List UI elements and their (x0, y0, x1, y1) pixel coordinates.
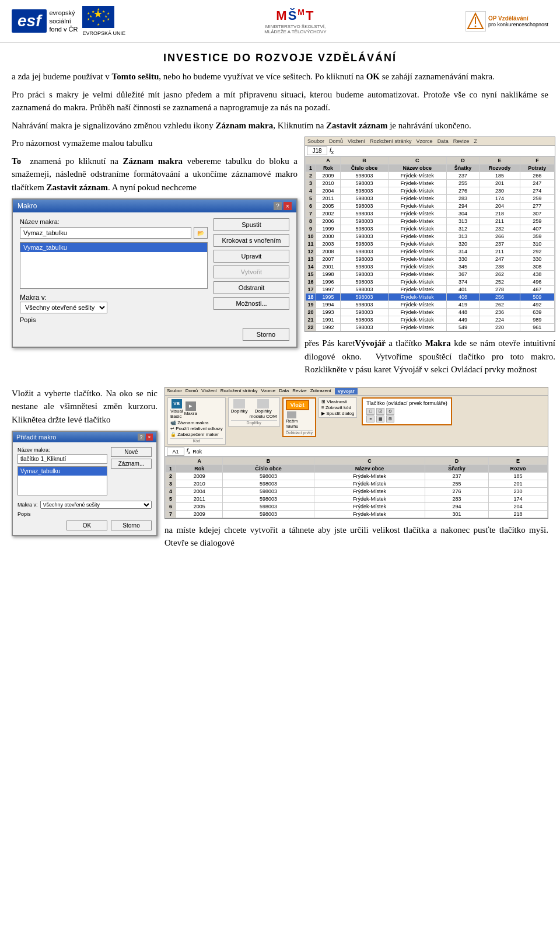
excel2-cell-r5-c1[interactable]: 2011 (176, 495, 223, 502)
ribbon-rozlozeni[interactable]: Rozložení stránky (370, 138, 412, 144)
excel-cell-r13-c4[interactable]: 330 (446, 256, 480, 263)
excel-cell-r6-c4[interactable]: 294 (446, 202, 480, 210)
excel-cell-ref[interactable]: J18 (307, 146, 327, 155)
excel2-zobrazit-kod[interactable]: ≡ Zobrazit kód (321, 405, 354, 410)
excel2-cell-r7-c2[interactable]: 598003 (223, 510, 314, 518)
small-dialog-help-button[interactable]: ? (138, 434, 145, 441)
excel-cell-r5-c1[interactable]: 2011 (316, 195, 341, 202)
excel-cell-r11-c6[interactable]: 310 (520, 240, 554, 248)
excel-cell-r9-c6[interactable]: 407 (520, 225, 554, 233)
excel-cell-r17-c1[interactable]: 1997 (316, 286, 341, 294)
dialog-makra-select[interactable]: Všechny otevřené sešity (20, 302, 107, 313)
excel2-cell-r4-c1[interactable]: 2004 (176, 487, 223, 495)
dialog-help-button[interactable]: ? (274, 202, 282, 210)
excel-col-a[interactable]: A (316, 157, 341, 165)
excel-cell-r22-c3[interactable]: Frýdek-Místek (388, 324, 446, 331)
excel-cell-r18-c5[interactable]: 256 (480, 294, 520, 301)
dialog-odstranit-button[interactable]: Odstranit (214, 281, 289, 294)
excel2-cell-r7-c1[interactable]: 2009 (176, 510, 223, 518)
ribbon-revize[interactable]: Revize (453, 138, 470, 144)
ribbon-data[interactable]: Data (438, 138, 449, 144)
excel2-vlastnosti[interactable]: ⊞ Vlastnosti (321, 399, 354, 404)
excel-cell-r9-c4[interactable]: 312 (446, 225, 480, 233)
ribbon-vzorce[interactable]: Vzorce (416, 138, 433, 144)
excel-cell-r20-c1[interactable]: 1993 (316, 309, 341, 316)
excel-cell-r21-c6[interactable]: 989 (520, 316, 554, 324)
excel2-cell-r3-c2[interactable]: 598003 (223, 480, 314, 487)
dialog-moznosti-button[interactable]: Možnosti... (214, 297, 289, 310)
excel-cell-r5-c6[interactable]: 259 (520, 195, 554, 202)
excel2-doplnky1[interactable]: Doplňky (231, 399, 248, 419)
excel2-cell-r7-c4[interactable]: 301 (425, 510, 489, 518)
excel-cell-r12-c2[interactable]: 598003 (341, 248, 388, 256)
excel2-cell-ref[interactable]: A1 (167, 448, 184, 456)
excel2-cell-r2-c2[interactable]: 598003 (223, 472, 314, 480)
excel-cell-r9-c3[interactable]: Frýdek-Místek (388, 225, 446, 233)
excel-cell-r2-c3[interactable]: Frýdek-Místek (388, 172, 446, 180)
excel-cell-r17-c6[interactable]: 467 (520, 286, 554, 294)
excel-cell-r11-c4[interactable]: 320 (446, 240, 480, 248)
excel2-cell-r4-c5[interactable]: 230 (488, 487, 547, 495)
excel-cell-r3-c6[interactable]: 247 (520, 180, 554, 187)
excel-cell-r21-c4[interactable]: 449 (446, 316, 480, 324)
excel-cell-r21-c3[interactable]: Frýdek-Místek (388, 316, 446, 324)
excel2-ribbon-revize[interactable]: Revize (292, 388, 306, 394)
excel-cell-r4-c5[interactable]: 230 (480, 187, 520, 195)
excel-cell-r12-c3[interactable]: Frýdek-Místek (388, 248, 446, 256)
excel-cell-r16-c4[interactable]: 374 (446, 278, 480, 286)
excel2-cell-r2-c5[interactable]: 185 (488, 472, 547, 480)
excel-cell-r22-c4[interactable]: 549 (446, 324, 480, 331)
excel2-ribbon-vyvojar[interactable]: Vývojář (335, 388, 358, 394)
excel2-ribbon-vzorce[interactable]: Vzorce (261, 388, 275, 394)
excel-cell-r8-c5[interactable]: 211 (480, 218, 520, 225)
excel-cell-r22-c5[interactable]: 220 (480, 324, 520, 331)
excel-cell-r9-c2[interactable]: 598003 (341, 225, 388, 233)
excel-cell-r15-c5[interactable]: 262 (480, 271, 520, 278)
excel-cell-r19-c6[interactable]: 492 (520, 301, 554, 309)
excel-cell-r5-c3[interactable]: Frýdek-Místek (388, 195, 446, 202)
excel2-visual-basic[interactable]: VB VisualBasic (170, 399, 183, 419)
excel-cell-r3-c1[interactable]: 2010 (316, 180, 341, 187)
small-dialog-name-input[interactable] (18, 454, 107, 464)
dialog-krokovat-button[interactable]: Krokovat s vnořením (214, 234, 289, 247)
excel-cell-r17-c3[interactable]: Frýdek-Místek (388, 286, 446, 294)
excel2-ribbon-soubor[interactable]: Soubor (167, 388, 182, 394)
excel-cell-r4-c1[interactable]: 2004 (316, 187, 341, 195)
excel-cell-r22-c6[interactable]: 961 (520, 324, 554, 331)
excel-cell-r9-c1[interactable]: 1999 (316, 225, 341, 233)
excel-cell-r21-c1[interactable]: 1991 (316, 316, 341, 324)
excel-cell-r19-c3[interactable]: Frýdek-Místek (388, 301, 446, 309)
excel-cell-r17-c5[interactable]: 278 (480, 286, 520, 294)
excel-cell-r12-c4[interactable]: 314 (446, 248, 480, 256)
excel-cell-r8-c4[interactable]: 313 (446, 218, 480, 225)
excel-cell-r22-c1[interactable]: 1992 (316, 324, 341, 331)
excel-cell-r7-c4[interactable]: 304 (446, 210, 480, 218)
excel2-zabezpeceni[interactable]: 🔒 Zabezpečení maker (170, 432, 223, 437)
excel-cell-r10-c1[interactable]: 2000 (316, 233, 341, 240)
excel-cell-r14-c5[interactable]: 238 (480, 263, 520, 271)
excel-cell-r18-c3[interactable]: Frýdek-Místek (388, 294, 446, 301)
excel-cell-r7-c3[interactable]: Frýdek-Místek (388, 210, 446, 218)
dialog-name-input[interactable] (20, 227, 191, 239)
small-dialog-makra-select[interactable]: Všechny otevřené sešity (40, 501, 152, 509)
excel2-vlozit-button[interactable]: Vložit (286, 400, 309, 410)
small-dialog-ok-button[interactable]: OK (66, 521, 107, 530)
ribbon-soubor[interactable]: Soubor (307, 138, 324, 144)
excel2-cell-r5-c4[interactable]: 283 (425, 495, 489, 502)
excel-cell-r12-c5[interactable]: 211 (480, 248, 520, 256)
excel-cell-r5-c5[interactable]: 174 (480, 195, 520, 202)
excel-cell-r21-c5[interactable]: 224 (480, 316, 520, 324)
excel2-cell-r3-c4[interactable]: 255 (425, 480, 489, 487)
excel-cell-r11-c1[interactable]: 2003 (316, 240, 341, 248)
excel-cell-r13-c3[interactable]: Frýdek-Místek (388, 256, 446, 263)
dialog-name-browse-button[interactable]: 📂 (194, 227, 208, 239)
excel2-cell-r4-c3[interactable]: Frýdek-Místek (314, 487, 425, 495)
excel2-cell-r6-c4[interactable]: 294 (425, 502, 489, 510)
small-dialog-list[interactable]: Vymaz_tabulku (18, 466, 107, 495)
excel2-cell-r5-c2[interactable]: 598003 (223, 495, 314, 502)
excel2-cell-r2-c3[interactable]: Frýdek-Místek (314, 472, 425, 480)
excel-cell-r19-c2[interactable]: 598003 (341, 301, 388, 309)
small-dialog-close-button[interactable]: × (146, 434, 153, 441)
excel-cell-r20-c6[interactable]: 639 (520, 309, 554, 316)
excel-cell-r20-c5[interactable]: 236 (480, 309, 520, 316)
